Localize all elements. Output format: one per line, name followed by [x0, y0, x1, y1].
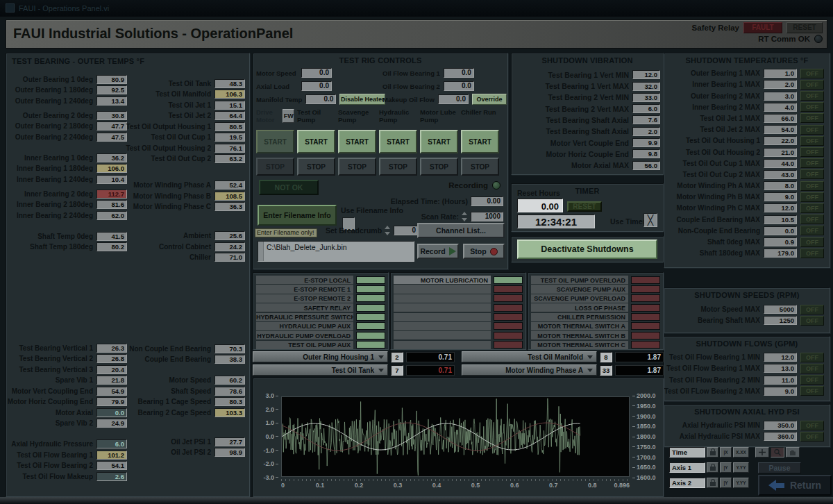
control-input[interactable]: 0.0 [305, 94, 336, 104]
axis-autoscale-button[interactable]: |Y [720, 462, 732, 473]
setpoint-value[interactable]: 10.5 [764, 215, 797, 224]
axis-name[interactable]: Time [669, 447, 705, 457]
setpoint-value[interactable]: 6.0 [632, 104, 660, 113]
shutdown-off-button[interactable]: OFF [800, 432, 824, 442]
deactivate-shutdowns-button[interactable]: Deactivate Shutdowns [517, 240, 657, 259]
axis-format-button[interactable]: Y.YY [733, 478, 749, 488]
pump-start-button[interactable]: START [379, 130, 417, 153]
setpoint-value[interactable]: 44.0 [764, 159, 797, 168]
setpoint-value[interactable]: 11.0 [764, 376, 797, 385]
setpoint-value[interactable]: 2.0 [764, 80, 797, 89]
pump-stop-button[interactable]: STOP [297, 158, 335, 176]
crosshair-tool-icon[interactable] [755, 447, 769, 457]
pump-start-button[interactable]: START [256, 130, 294, 153]
setpoint-value[interactable]: 179.0 [764, 249, 797, 258]
axis-name[interactable]: Axis 1 [669, 462, 705, 473]
axis-format-button[interactable]: X.XX [733, 447, 749, 457]
setpoint-value[interactable]: 33.0 [632, 93, 660, 102]
shutdown-off-button[interactable]: OFF [800, 203, 824, 213]
setpoint-value[interactable]: 360.0 [764, 432, 797, 441]
shutdown-off-button[interactable]: OFF [800, 316, 824, 326]
channel-index-input[interactable]: 7 [391, 365, 403, 376]
pump-start-button[interactable]: START [420, 130, 458, 153]
shutdown-off-button[interactable]: OFF [800, 192, 824, 202]
pump-start-button[interactable]: START [297, 130, 335, 153]
control-action-button[interactable]: Override [472, 94, 507, 105]
control-input[interactable]: 0.0 [301, 81, 332, 91]
setpoint-value[interactable]: 22.0 [764, 136, 797, 145]
axis-lock-button[interactable] [707, 462, 718, 473]
shutdown-off-button[interactable]: OFF [800, 364, 824, 373]
setpoint-value[interactable]: 56.0 [632, 161, 660, 170]
pump-start-button[interactable]: START [338, 130, 376, 153]
setpoint-value[interactable]: 13.0 [764, 364, 797, 373]
channel-select-dropdown[interactable]: Outer Ring Housing 1 [253, 351, 388, 362]
window-titlebar[interactable]: FAUI - Operations Panel.vi [0, 0, 833, 17]
timer-reset-button[interactable]: RESET [567, 201, 602, 212]
shutdown-off-button[interactable]: OFF [800, 113, 824, 123]
motor-direction-button[interactable]: FW [283, 109, 294, 123]
axis-lock-button[interactable] [707, 478, 718, 488]
setpoint-value[interactable]: 21.0 [764, 148, 797, 157]
setpoint-value[interactable]: 12.0 [764, 353, 797, 362]
channel-index-input[interactable]: 8 [600, 352, 612, 362]
control-input[interactable]: 0.0 [438, 94, 469, 104]
setpoint-value[interactable]: 9.0 [764, 387, 797, 396]
axis-lock-button[interactable] [707, 447, 718, 457]
pump-stop-button[interactable]: STOP [338, 158, 376, 176]
return-button[interactable]: Return [758, 475, 832, 496]
shutdown-off-button[interactable]: OFF [800, 353, 824, 362]
pump-stop-button[interactable]: STOP [420, 158, 458, 176]
pump-stop-button[interactable]: STOP [256, 158, 294, 176]
shutdown-off-button[interactable]: OFF [800, 305, 824, 314]
shutdown-off-button[interactable]: OFF [800, 91, 824, 101]
setpoint-value[interactable]: 43.0 [764, 170, 797, 179]
setpoint-value[interactable]: 350.0 [764, 421, 797, 430]
control-input[interactable]: 0.0 [301, 68, 332, 78]
setpoint-value[interactable]: 9.9 [632, 138, 660, 147]
pump-stop-button[interactable]: STOP [461, 158, 499, 176]
file-path-input[interactable]: C:\Blah_Delete_Junk.bin [258, 241, 414, 262]
safety-relay-reset-button[interactable]: RESET [786, 22, 823, 33]
shutdown-off-button[interactable]: OFF [800, 249, 824, 258]
shutdown-off-button[interactable]: OFF [800, 226, 824, 235]
shutdown-off-button[interactable]: OFF [800, 375, 824, 385]
shutdown-off-button[interactable]: OFF [800, 169, 824, 179]
channel-select-dropdown[interactable]: Test Oil Tank [253, 364, 388, 376]
pump-start-button[interactable]: START [461, 130, 499, 153]
pause-button[interactable]: Pause [758, 462, 801, 473]
setpoint-value[interactable]: 4.0 [764, 103, 797, 112]
shutdown-off-button[interactable]: OFF [800, 386, 824, 396]
control-input[interactable]: 0.0 [444, 81, 474, 91]
setpoint-value[interactable]: 12.0 [764, 203, 797, 212]
setpoint-value[interactable]: 0.0 [764, 226, 797, 235]
setpoint-value[interactable]: 1250 [764, 316, 797, 325]
setpoint-value[interactable]: 54.0 [764, 125, 797, 134]
scan-rate-input[interactable]: 1000 [471, 212, 503, 221]
channel-select-dropdown[interactable]: Motor Winding Phase A [462, 364, 597, 376]
setpoint-value[interactable]: 5000 [764, 305, 797, 314]
shutdown-off-button[interactable]: OFF [800, 136, 824, 146]
axis-name[interactable]: Axis 2 [669, 478, 705, 488]
setpoint-value[interactable]: 32.0 [632, 82, 660, 91]
shutdown-off-button[interactable]: OFF [800, 69, 824, 78]
setpoint-value[interactable]: 1.0 [764, 69, 797, 78]
shutdown-off-button[interactable]: OFF [800, 421, 824, 430]
breadcrumb-spinner[interactable] [385, 226, 391, 235]
enter-filename-button[interactable]: Enter Filename Info [258, 205, 337, 226]
setpoint-value[interactable]: 7.6 [632, 115, 660, 124]
setpoint-value[interactable]: 3.0 [764, 92, 797, 101]
breadcrumb-input[interactable]: 0 [394, 226, 419, 235]
axis-autoscale-button[interactable]: |X [720, 447, 732, 457]
axis-autoscale-button[interactable]: |Y [720, 478, 732, 488]
shutdown-off-button[interactable]: OFF [800, 237, 824, 247]
setpoint-value[interactable]: 66.0 [764, 114, 797, 123]
zoom-tool-icon[interactable] [771, 447, 784, 457]
channel-select-dropdown[interactable]: Test Oil Manifold [462, 351, 597, 362]
control-action-button[interactable]: Disable Heater [339, 94, 385, 105]
shutdown-off-button[interactable]: OFF [800, 181, 824, 191]
setpoint-value[interactable]: 12.0 [632, 70, 660, 79]
setpoint-value[interactable]: 2.0 [632, 127, 660, 136]
shutdown-off-button[interactable]: OFF [800, 80, 824, 90]
channel-list-button[interactable]: Channel List... [417, 223, 505, 238]
